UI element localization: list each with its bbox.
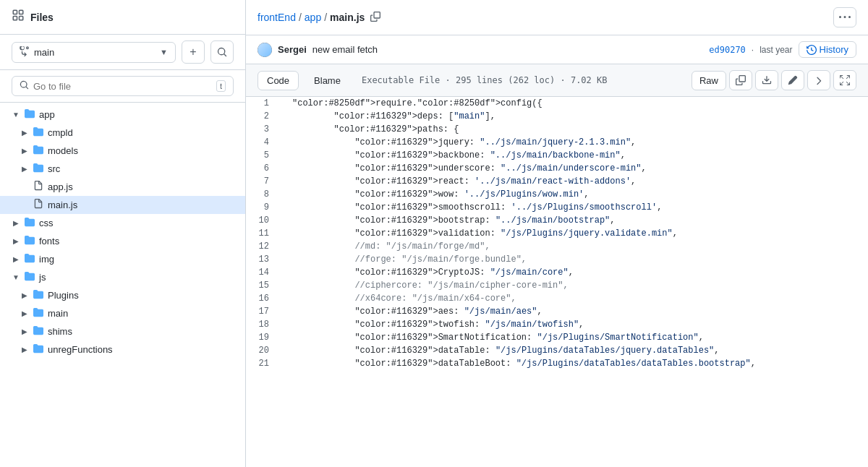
line-number[interactable]: 14: [246, 266, 281, 279]
table-row: 1 "color:#8250df">require."color:#8250df…: [246, 97, 868, 110]
code-area: 1 "color:#8250df">require."color:#8250df…: [246, 97, 868, 467]
line-code: "color:#116329">dataTableBoot: "/js/Plug…: [281, 357, 868, 370]
line-number[interactable]: 15: [246, 279, 281, 292]
line-number[interactable]: 3: [246, 123, 281, 136]
line-number[interactable]: 20: [246, 344, 281, 357]
tree-item-appjs[interactable]: app.js: [0, 178, 245, 196]
folder-icon: [25, 217, 35, 229]
line-number[interactable]: 6: [246, 162, 281, 175]
branch-name: main: [34, 47, 156, 58]
expand-button[interactable]: [833, 70, 856, 90]
tab-blame[interactable]: Blame: [305, 71, 350, 90]
file-icon: [33, 181, 43, 193]
tree-item-label: shims: [48, 326, 72, 337]
chevron-icon: ▶: [20, 291, 29, 299]
table-row: 14 "color:#116329">CryptoJS: "/js/main/c…: [246, 266, 868, 279]
tree-item-plugins[interactable]: ▶ Plugins: [0, 286, 245, 304]
line-number[interactable]: 17: [246, 305, 281, 318]
line-number[interactable]: 10: [246, 214, 281, 227]
tree-item-label: models: [48, 145, 78, 156]
line-number[interactable]: 5: [246, 149, 281, 162]
tree-item-unregfunctions[interactable]: ▶ unregFunctions: [0, 340, 245, 359]
search-files-button[interactable]: [210, 40, 234, 64]
raw-button[interactable]: Raw: [692, 71, 726, 90]
line-number[interactable]: 13: [246, 253, 281, 266]
line-code: //x64core: "/js/main/x64-core",: [281, 292, 868, 305]
search-container: t: [0, 70, 245, 103]
folder-icon: [33, 307, 43, 320]
history-label: History: [820, 44, 848, 55]
table-row: 21 "color:#116329">dataTableBoot: "/js/P…: [246, 357, 868, 370]
tree-item-js[interactable]: ▼ js: [0, 268, 245, 286]
tree-item-mainjs[interactable]: main.js: [0, 196, 245, 214]
tree-item-fonts[interactable]: ▶ fonts: [0, 232, 245, 250]
copy-path-button[interactable]: [370, 12, 380, 24]
chevron-icon: ▶: [20, 165, 29, 173]
table-row: 15 //ciphercore: "/js/main/cipher-core-m…: [246, 279, 868, 292]
table-row: 8 "color:#116329">wow: '../js/Plugins/wo…: [246, 188, 868, 201]
table-row: 19 "color:#116329">SmartNotification: "/…: [246, 331, 868, 344]
table-row: 7 "color:#116329">react: '../js/main/rea…: [246, 175, 868, 188]
table-row: 12 //md: "/js/main/forge/md",: [246, 240, 868, 253]
line-number[interactable]: 18: [246, 318, 281, 331]
line-number[interactable]: 16: [246, 292, 281, 305]
breadcrumb: frontEnd / app / main.js: [246, 0, 868, 35]
breadcrumb-app[interactable]: app: [305, 12, 321, 23]
chevron-icon: ▶: [20, 346, 29, 354]
tree-item-shims[interactable]: ▶ shims: [0, 322, 245, 340]
chevron-icon: ▶: [20, 309, 29, 317]
branch-selector: main ▼ +: [0, 35, 245, 70]
tree-item-label: main.js: [48, 200, 77, 210]
folder-icon: [25, 235, 35, 247]
download-button[interactable]: [755, 70, 778, 90]
tree-item-img[interactable]: ▶ img: [0, 250, 245, 268]
line-number[interactable]: 7: [246, 175, 281, 188]
folder-icon: [33, 145, 43, 157]
file-tree: ▼ app ▶ cmpld ▶ models ▶: [0, 103, 245, 467]
tree-item-cmpld[interactable]: ▶ cmpld: [0, 124, 245, 142]
line-number[interactable]: 1: [246, 97, 281, 110]
avatar: [258, 43, 272, 57]
branch-select[interactable]: main ▼: [12, 42, 176, 63]
commit-message: new email fetch: [312, 44, 378, 55]
line-code: //md: "/js/main/forge/md",: [281, 240, 868, 253]
breadcrumb-frontend[interactable]: frontEnd: [258, 12, 296, 23]
chevron-icon: ▶: [12, 237, 20, 245]
more-options-button[interactable]: [833, 7, 856, 27]
main-content: frontEnd / app / main.js Sergei new emai…: [246, 0, 868, 467]
tree-item-models[interactable]: ▶ models: [0, 142, 245, 160]
code-table: 1 "color:#8250df">require."color:#8250df…: [246, 97, 868, 370]
line-code: "color:#116329">twofish: "/js/main/twofi…: [281, 318, 868, 331]
svg-rect-3: [20, 17, 23, 20]
search-input[interactable]: [33, 81, 212, 92]
table-row: 10 "color:#116329">bootstrap: "../js/mai…: [246, 214, 868, 227]
tree-item-main[interactable]: ▶ main: [0, 304, 245, 322]
history-button[interactable]: History: [799, 41, 856, 58]
commit-hash[interactable]: ed90270: [709, 45, 746, 55]
commit-meta: ed90270 · last year History: [709, 41, 856, 58]
tree-item-label: unregFunctions: [48, 344, 113, 355]
more-file-options-button[interactable]: [807, 70, 830, 90]
tree-item-label: css: [39, 218, 54, 228]
commit-author[interactable]: Sergei: [278, 44, 307, 55]
tree-item-src[interactable]: ▶ src: [0, 160, 245, 178]
table-row: 18 "color:#116329">twofish: "/js/main/tw…: [246, 318, 868, 331]
line-number[interactable]: 11: [246, 227, 281, 240]
tree-item-app[interactable]: ▼ app: [0, 106, 245, 124]
line-number[interactable]: 12: [246, 240, 281, 253]
line-number[interactable]: 21: [246, 357, 281, 370]
tree-item-css[interactable]: ▶ css: [0, 214, 245, 232]
line-number[interactable]: 9: [246, 201, 281, 214]
tab-code[interactable]: Code: [258, 71, 299, 90]
table-row: 13 //forge: "/js/main/forge.bundle",: [246, 253, 868, 266]
line-code: "color:#116329">bootstrap: "../js/main/b…: [281, 214, 868, 227]
copy-content-button[interactable]: [729, 70, 752, 90]
line-number[interactable]: 2: [246, 110, 281, 123]
tree-item-label: src: [48, 163, 60, 174]
line-number[interactable]: 8: [246, 188, 281, 201]
add-file-button[interactable]: +: [182, 40, 205, 64]
edit-button[interactable]: [781, 70, 804, 90]
line-number[interactable]: 4: [246, 136, 281, 149]
line-number[interactable]: 19: [246, 331, 281, 344]
tree-item-label: main: [48, 308, 68, 319]
